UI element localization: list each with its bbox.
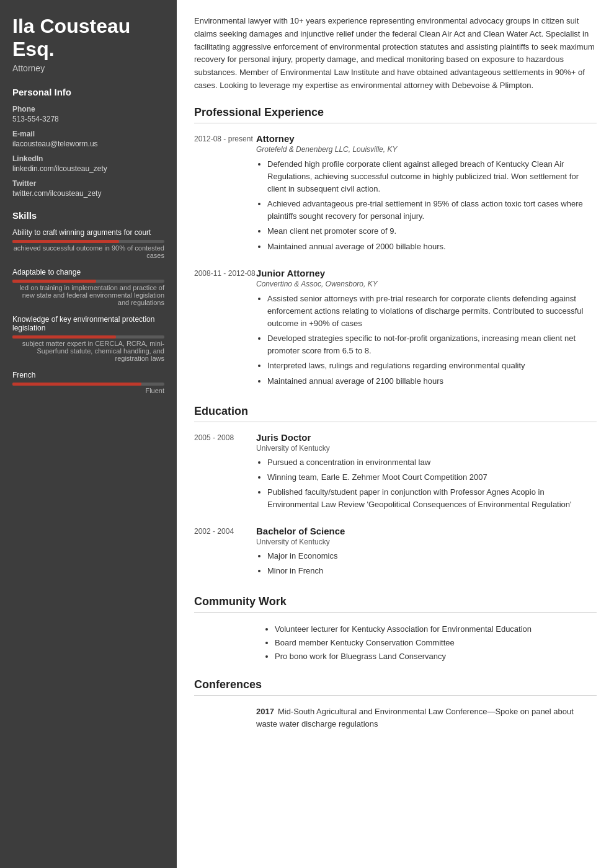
job-company: Convertino & Assoc, Owensboro, KY xyxy=(256,280,597,288)
skills-section: Skills Ability to craft winning argument… xyxy=(12,210,164,394)
conferences-title: Conferences xyxy=(194,678,597,696)
list-item: Interpreted laws, rulings and regulation… xyxy=(267,360,597,372)
skill-item: Ability to craft winning arguments for c… xyxy=(12,228,164,259)
contact-value: twitter.com/ilcousteau_zety xyxy=(12,189,164,198)
name-line1: Ila Cousteau xyxy=(12,15,130,37)
skill-name: Knowledge of key environmental protectio… xyxy=(12,315,164,332)
skill-bar-fill xyxy=(12,383,141,386)
skills-list: Ability to craft winning arguments for c… xyxy=(12,228,164,394)
list-item: Major in Economics xyxy=(267,550,597,562)
contact-value: ilacousteau@teleworm.us xyxy=(12,140,164,148)
professional-experience-title: Professional Experience xyxy=(194,106,597,123)
professional-experience-section: Professional Experience 2012-08 - presen… xyxy=(194,106,597,390)
personal-info-title: Personal Info xyxy=(12,87,164,97)
skill-bar-container xyxy=(12,383,164,386)
job-bullets: Defended high profile corporate client a… xyxy=(256,158,597,253)
skill-bar-container xyxy=(12,280,164,283)
skill-name: French xyxy=(12,371,164,379)
list-item: Volunteer lecturer for Kentucky Associat… xyxy=(275,622,597,636)
edu-date: 2005 - 2008 xyxy=(194,432,256,514)
list-item: Board member Kentucky Conservation Commi… xyxy=(275,636,597,650)
list-item: Published faculty/student paper in conju… xyxy=(267,486,597,511)
conf-spacer xyxy=(194,706,256,730)
contact-value: 513-554-3278 xyxy=(12,115,164,123)
community-list: Volunteer lecturer for Kentucky Associat… xyxy=(194,622,597,663)
contact-label: LinkedIn xyxy=(12,154,164,163)
skill-bar-fill xyxy=(12,240,119,243)
edu-content: Juris DoctorUniversity of KentuckyPursue… xyxy=(256,432,597,514)
edu-school: University of Kentucky xyxy=(256,444,597,453)
community-title: Community Work xyxy=(194,595,597,613)
skill-bar-fill xyxy=(12,280,96,283)
list-item: Minor in French xyxy=(267,565,597,577)
jobs-list: 2012-08 - presentAttorneyGrotefeld & Den… xyxy=(194,133,597,390)
list-item: Mean client net promoter score of 9. xyxy=(267,225,597,237)
list-item: Pursued a concentration in environmental… xyxy=(267,456,597,469)
contact-label: Phone xyxy=(12,105,164,113)
contacts-list: Phone513-554-3278E-maililacousteau@telew… xyxy=(12,105,164,198)
contact-label: Twitter xyxy=(12,179,164,188)
job-content: Junior AttorneyConvertino & Assoc, Owens… xyxy=(256,268,597,390)
job-row: 2008-11 - 2012-08Junior AttorneyConverti… xyxy=(194,268,597,390)
edu-bullets: Pursued a concentration in environmental… xyxy=(256,456,597,512)
education-section: Education 2005 - 2008Juris DoctorUnivers… xyxy=(194,405,597,580)
skill-sublabel: led on training in implementation and pr… xyxy=(12,284,164,306)
skill-bar-fill xyxy=(12,335,116,339)
skill-name: Ability to craft winning arguments for c… xyxy=(12,228,164,237)
summary-text: Environmental lawyer with 10+ years expe… xyxy=(194,15,597,92)
job-content: AttorneyGrotefeld & Denenberg LLC, Louis… xyxy=(256,133,597,255)
community-section: Community Work Volunteer lecturer for Ke… xyxy=(194,595,597,663)
job-row: 2012-08 - presentAttorneyGrotefeld & Den… xyxy=(194,133,597,255)
edu-degree: Juris Doctor xyxy=(256,432,597,443)
conf-year: 2017 xyxy=(256,707,274,716)
edu-school: University of Kentucky xyxy=(256,538,597,546)
job-title: Junior Attorney xyxy=(256,268,597,278)
edu-row: 2005 - 2008Juris DoctorUniversity of Ken… xyxy=(194,432,597,514)
skill-sublabel: Fluent xyxy=(12,387,164,394)
list-item: Achieved advantageous pre-trial settleme… xyxy=(267,198,597,223)
list-item: Maintained annual average of 2000 billab… xyxy=(267,241,597,253)
list-item: Winning team, Earle E. Zehmer Moot Court… xyxy=(267,471,597,484)
personal-info-section: Personal Info Phone513-554-3278E-mailila… xyxy=(12,87,164,198)
skill-sublabel: achieved successful outcome in 90% of co… xyxy=(12,244,164,259)
skill-sublabel: subject matter expert in CERCLA, RCRA, m… xyxy=(12,340,164,362)
job-date: 2008-11 - 2012-08 xyxy=(194,268,256,390)
conferences-list: 2017Mid-South Agricultural and Environme… xyxy=(194,706,597,730)
skill-item: Knowledge of key environmental protectio… xyxy=(12,315,164,362)
edu-content: Bachelor of ScienceUniversity of Kentuck… xyxy=(256,526,597,580)
edu-degree: Bachelor of Science xyxy=(256,526,597,536)
education-list: 2005 - 2008Juris DoctorUniversity of Ken… xyxy=(194,432,597,580)
job-date: 2012-08 - present xyxy=(194,133,256,255)
job-bullets: Assisted senior attorneys with pre-trial… xyxy=(256,293,597,388)
list-item: Maintained annual average of 2100 billab… xyxy=(267,375,597,388)
education-title: Education xyxy=(194,405,597,422)
conf-content: 2017Mid-South Agricultural and Environme… xyxy=(256,706,597,730)
skill-item: Adaptable to changeled on training in im… xyxy=(12,268,164,306)
list-item: Pro bono work for Bluegrass Land Conserv… xyxy=(275,650,597,663)
contact-label: E-mail xyxy=(12,130,164,138)
job-title: Attorney xyxy=(256,133,597,144)
list-item: Defended high profile corporate client a… xyxy=(267,158,597,195)
skill-name: Adaptable to change xyxy=(12,268,164,277)
skill-bar-container xyxy=(12,335,164,339)
skill-item: FrenchFluent xyxy=(12,371,164,394)
main-content: Environmental lawyer with 10+ years expe… xyxy=(177,0,614,868)
contact-value: linkedin.com/ilcousteau_zety xyxy=(12,164,164,173)
conferences-section: Conferences 2017Mid-South Agricultural a… xyxy=(194,678,597,730)
name-line2: Esq. xyxy=(12,38,55,60)
skills-title: Skills xyxy=(12,210,164,221)
edu-date: 2002 - 2004 xyxy=(194,526,256,580)
candidate-name: Ila Cousteau Esq. xyxy=(12,15,164,61)
edu-row: 2002 - 2004Bachelor of ScienceUniversity… xyxy=(194,526,597,580)
conference-row: 2017Mid-South Agricultural and Environme… xyxy=(194,706,597,730)
skill-bar-container xyxy=(12,240,164,243)
list-item: Developed strategies specific to not-for… xyxy=(267,332,597,357)
job-company: Grotefeld & Denenberg LLC, Louisville, K… xyxy=(256,145,597,154)
candidate-title: Attorney xyxy=(12,63,164,73)
sidebar: Ila Cousteau Esq. Attorney Personal Info… xyxy=(0,0,177,868)
edu-bullets: Major in EconomicsMinor in French xyxy=(256,550,597,577)
list-item: Assisted senior attorneys with pre-trial… xyxy=(267,293,597,330)
